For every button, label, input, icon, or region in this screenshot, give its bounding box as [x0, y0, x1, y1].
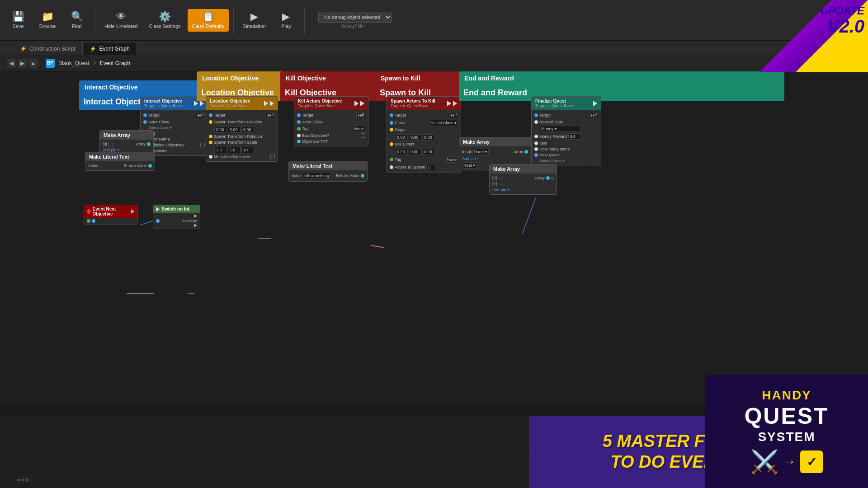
- bp-icon: BP: [46, 59, 55, 68]
- browse-button[interactable]: 📁 Browse: [34, 9, 61, 32]
- kill-actors-node[interactable]: Kill Actors Objective Target is Quest Ba…: [294, 96, 368, 146]
- save-button[interactable]: 💾 Save: [5, 9, 32, 32]
- end-array-1-val[interactable]: [498, 183, 505, 185]
- spawn-loc-label: Spawn Transform Location: [214, 120, 262, 124]
- loc-z-input[interactable]: [241, 127, 254, 133]
- finalize-quest-node[interactable]: Finalize Quest Target is Quest Base Targ…: [531, 96, 601, 165]
- scale-z-input[interactable]: [241, 147, 254, 153]
- box-extent-dot: [390, 142, 393, 146]
- tab-construction[interactable]: ⚡ Construction Script: [13, 42, 82, 55]
- end-array-0-val[interactable]: [498, 177, 505, 179]
- find-button[interactable]: 🔍 Find: [63, 9, 90, 32]
- class-defaults-icon: 📋: [202, 12, 214, 22]
- spawn-node-body: Target self Class Select Class ▾ Origin: [387, 110, 461, 173]
- loc-y-input[interactable]: [228, 127, 241, 133]
- make-literal-1-node[interactable]: Make Literal Text Value Return Value: [85, 152, 155, 171]
- make-array-3-node[interactable]: Make Array [0] Array ||| [1]: [489, 164, 557, 195]
- nav-back[interactable]: ◀: [7, 59, 16, 68]
- nav-home[interactable]: ▲: [28, 59, 38, 68]
- tag-select[interactable]: [202, 132, 205, 134]
- origin-z[interactable]: [422, 134, 435, 141]
- value-select[interactable]: [99, 165, 102, 167]
- location-node-title: Location Objective: [210, 99, 250, 103]
- make-literal-2-node[interactable]: Make Literal Text Value kill something R…: [288, 161, 368, 182]
- simulation-button[interactable]: ▶ Simulation: [238, 9, 270, 32]
- extent-y[interactable]: [409, 149, 421, 155]
- scale-y-input[interactable]: [228, 147, 241, 153]
- kill-box-check[interactable]: [361, 133, 365, 138]
- nav-forward[interactable]: ▶: [18, 59, 27, 68]
- spawn-group-label: Spawn to Kill: [381, 75, 420, 82]
- spawn-class-select[interactable]: Select Class ▾: [429, 120, 458, 126]
- array-out-dot: [147, 142, 151, 146]
- kill-value-select[interactable]: kill something: [303, 173, 330, 179]
- loc-x-input[interactable]: [214, 127, 227, 133]
- spawn-scale-label: Spawn Transform Scale: [214, 140, 257, 145]
- fin-target-select[interactable]: self: [589, 112, 598, 118]
- multiples-label: Multiples Objectives: [148, 143, 184, 147]
- spawn-array-dot: [524, 150, 528, 154]
- event-next-node[interactable]: Event Next Objective: [84, 205, 138, 225]
- end-array-count: |||: [551, 176, 554, 180]
- kill-node-title: Kill Actors Objective: [298, 99, 342, 103]
- switch-blue-in: [156, 219, 160, 223]
- end-group-label: End and Reward: [464, 75, 514, 82]
- event-out-dot: [87, 219, 90, 223]
- target-select[interactable]: self: [196, 112, 205, 118]
- loc-multiples-check[interactable]: [270, 155, 275, 159]
- reward-type-select[interactable]: Money ▾: [540, 126, 580, 132]
- play-button[interactable]: ▶ Play: [273, 9, 300, 32]
- add-pin-btn-2[interactable]: Add pin +: [462, 156, 479, 161]
- extent-x[interactable]: [395, 149, 408, 155]
- money-input[interactable]: [568, 133, 581, 140]
- end-array-out-dot: [546, 176, 550, 180]
- spawn-array-select2[interactable]: Real ▾: [462, 162, 476, 169]
- kill-tag-select[interactable]: None: [353, 126, 365, 132]
- switch-on-int-node[interactable]: Switch on Int Selection: [153, 205, 200, 229]
- make-literal-1-body: Value Return Value: [85, 161, 155, 170]
- money-dot: [534, 135, 538, 138]
- tab-event[interactable]: ⚡ Event Graph: [82, 42, 137, 55]
- debug-select[interactable]: No debug object selected: [318, 12, 392, 23]
- origin-y[interactable]: [409, 134, 421, 141]
- interact-node-title: Interact Objective: [144, 99, 182, 103]
- nav-buttons: ◀ ▶ ▲: [7, 59, 38, 68]
- how-many-label: How Many Items: [539, 147, 570, 151]
- loc-target-select[interactable]: self: [266, 112, 275, 118]
- origin-x[interactable]: [395, 134, 408, 141]
- loc-multiples-dot: [209, 155, 212, 159]
- class-defaults-button[interactable]: 📋 Class Defaults: [188, 9, 229, 32]
- breadcrumb-root[interactable]: Blank_Quest: [58, 60, 90, 66]
- hide-unrelated-button[interactable]: 👁 Hide Unrelated: [100, 9, 142, 32]
- extent-z[interactable]: [422, 149, 435, 155]
- spawn-actors-node[interactable]: Spawn Actors To Kill Target is Quest Bas…: [387, 96, 461, 173]
- scale-x-input[interactable]: [214, 147, 227, 153]
- make-array-1-node[interactable]: Make Array [0] Array Add pin +: [99, 130, 154, 155]
- target-label: Target: [148, 113, 160, 117]
- browse-label: Browse: [39, 23, 56, 29]
- end-group-header[interactable]: End and Reward: [459, 71, 784, 85]
- kill-target-select[interactable]: self: [356, 112, 365, 118]
- spawn-array-row: Input Fixed ▾ Array: [462, 149, 528, 155]
- array-check[interactable]: [108, 142, 113, 146]
- tab-event-label: Event Graph: [99, 46, 129, 52]
- graph-area[interactable]: Interact Objective Interact Objective ▶ …: [0, 71, 868, 416]
- switch-pins: Selection: [156, 214, 197, 227]
- class-settings-button[interactable]: ⚙️ Class Settings: [144, 9, 185, 32]
- spawn-tag-select[interactable]: None: [445, 156, 458, 163]
- money-reward-row: Money Reward: [534, 133, 598, 140]
- actors-spawn-count[interactable]: 0: [426, 164, 435, 170]
- end-add-pin-btn[interactable]: Add pin +: [492, 188, 509, 192]
- actors-spawn-label: Actors To Spawn: [395, 165, 425, 169]
- switch-in-pins: [156, 219, 160, 223]
- loc-target-row: Target self: [209, 112, 275, 118]
- location-node-body: Target self Spawn Transform Location Spa…: [206, 110, 278, 161]
- spawn-target-select[interactable]: self: [449, 112, 458, 118]
- box-extent-row: Box Extent: [390, 142, 458, 146]
- tab-bar: ⚡ Construction Script ⚡ Event Graph: [0, 41, 868, 55]
- spawn-class-label: Class: [395, 121, 405, 125]
- kill-value-label: Value: [292, 174, 302, 178]
- spawn-array-select[interactable]: Fixed ▾: [472, 149, 489, 155]
- location-objective-node[interactable]: Location Objective Target is Quest Base …: [206, 96, 278, 162]
- multiples-checkbox[interactable]: [200, 143, 205, 147]
